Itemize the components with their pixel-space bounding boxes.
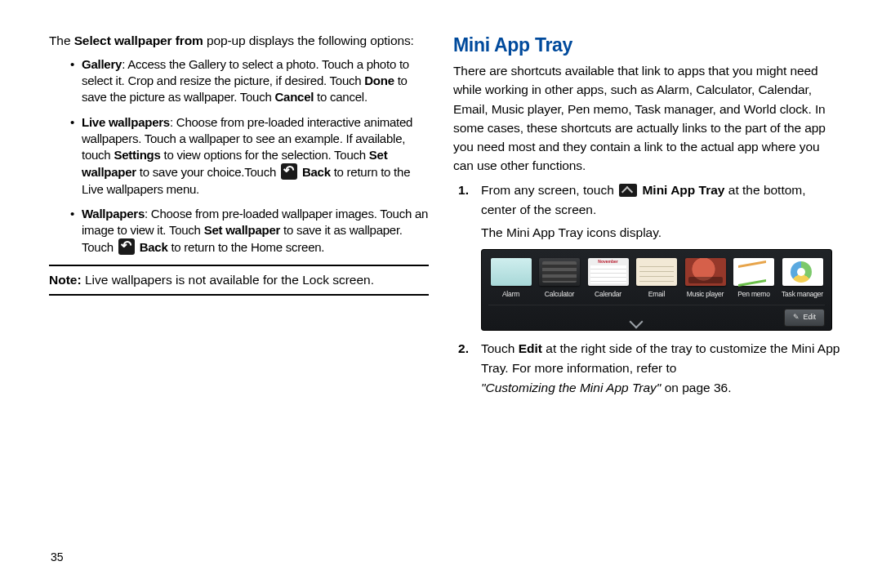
tray-item-calculator: Calculator: [537, 258, 582, 300]
text: to return to the Home screen.: [167, 240, 324, 254]
steps-list: From any screen, touch Mini App Tray at …: [453, 180, 841, 398]
option-gallery: Gallery: Access the Gallery to select a …: [70, 56, 429, 106]
music-icon: [685, 258, 726, 286]
note-text: Live wallpapers is not available for the…: [82, 273, 374, 287]
back-icon: [118, 238, 135, 255]
text: The: [49, 33, 74, 47]
text: to view options for the selection. Touch: [161, 148, 369, 162]
tray-label: Task manager: [780, 289, 825, 300]
edit-label: Edit: [803, 312, 816, 323]
manual-page: The Select wallpaper from pop-up display…: [0, 0, 882, 588]
tray-edit-button: Edit: [784, 309, 825, 327]
tray-label: Calculator: [537, 289, 582, 300]
bold-word: Back: [302, 165, 331, 179]
section-heading: Mini App Tray: [453, 34, 841, 56]
email-icon: [636, 258, 677, 286]
alarm-icon: [491, 258, 532, 286]
text: pop-up displays the following options:: [203, 33, 414, 47]
text: Touch: [481, 341, 519, 355]
note-block: Note: Live wallpapers is not available f…: [49, 265, 429, 296]
calendar-icon: [588, 258, 629, 286]
option-live-wallpapers: Live wallpapers: Choose from pre-loaded …: [70, 114, 429, 198]
option-label: Gallery: [82, 57, 122, 71]
tray-label: Email: [635, 289, 679, 300]
cross-ref: "Customizing the Mini App Tray": [481, 381, 665, 394]
step-1: From any screen, touch Mini App Tray at …: [481, 180, 841, 331]
tray-row: Alarm Calculator Calendar Email: [488, 258, 825, 300]
task-manager-icon: [782, 258, 823, 286]
bold-word: Back: [140, 240, 168, 254]
tray-item-email: Email: [635, 258, 679, 300]
text: to cancel.: [314, 90, 368, 104]
bold-word: Cancel: [274, 90, 314, 104]
bold-phrase: Select wallpaper from: [74, 33, 203, 47]
tray-item-calendar: Calendar: [586, 258, 630, 300]
text: to save your choice.Touch: [136, 165, 279, 179]
right-column: Mini App Tray There are shortcuts availa…: [445, 33, 841, 572]
pen-memo-icon: [733, 258, 774, 286]
tray-item-alarm: Alarm: [488, 258, 533, 300]
option-label: Wallpapers: [82, 207, 145, 220]
text: on page 36.: [665, 381, 732, 394]
chevron-down-icon: [488, 313, 784, 323]
option-wallpapers: Wallpapers: Choose from pre-loaded wallp…: [70, 206, 429, 256]
note-label: Note:: [49, 273, 82, 287]
bold-phrase: Mini App Tray: [642, 183, 724, 197]
bold-word: Done: [364, 74, 394, 87]
bold-word: Settings: [114, 148, 160, 162]
tray-label: Pen memo: [732, 289, 777, 300]
page-number: 35: [51, 550, 64, 564]
text: From any screen, touch: [481, 183, 617, 197]
calculator-icon: [539, 258, 580, 286]
intro-paragraph: The Select wallpaper from pop-up display…: [49, 33, 429, 50]
chevron-up-icon: [619, 184, 637, 197]
tray-item-pen-memo: Pen memo: [732, 258, 777, 300]
tray-bottom-bar: Edit: [488, 305, 825, 327]
text: : Access the Gallery to select a photo. …: [82, 57, 409, 87]
option-label: Live wallpapers: [82, 115, 170, 129]
step-2: Touch Edit at the right side of the tray…: [481, 339, 841, 398]
tray-label: Music player: [683, 289, 728, 300]
bold-word: Edit: [519, 341, 542, 355]
text: The Mini App Tray icons display.: [481, 225, 662, 239]
left-column: The Select wallpaper from pop-up display…: [49, 33, 445, 572]
tray-item-task-manager: Task manager: [780, 258, 825, 300]
options-list: Gallery: Access the Gallery to select a …: [49, 56, 429, 256]
mini-app-tray-figure: Alarm Calculator Calendar Email: [481, 249, 832, 331]
back-icon: [281, 163, 297, 180]
bold-word: Set wallpaper: [204, 223, 280, 237]
tray-label: Calendar: [586, 289, 630, 300]
section-intro: There are shortcuts available that link …: [453, 61, 841, 176]
tray-item-music-player: Music player: [683, 258, 728, 300]
tray-label: Alarm: [488, 289, 533, 300]
